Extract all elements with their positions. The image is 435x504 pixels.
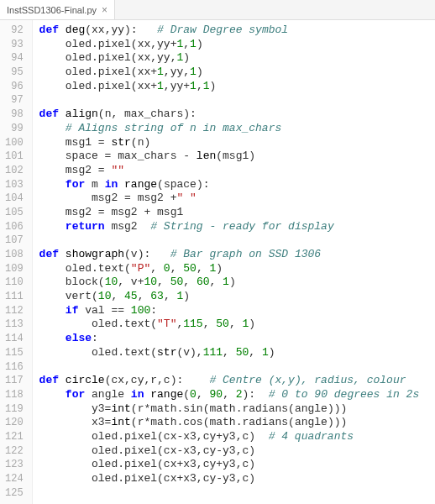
code-line[interactable]: msg1 = str(n): [39, 136, 420, 150]
line-number: 105: [5, 206, 24, 220]
code-line[interactable]: msg2 = msg2 +" ": [39, 192, 420, 206]
code-line[interactable]: [39, 360, 420, 375]
line-number: 97: [5, 93, 24, 108]
line-number: 114: [5, 332, 24, 346]
code-line[interactable]: def circle(cx,cy,r,c): # Centre (x,y), r…: [39, 374, 420, 388]
line-number: 96: [5, 80, 24, 94]
code-line[interactable]: for m in range(space):: [39, 178, 420, 192]
code-line[interactable]: block(10, v+10, 50, 60, 1): [39, 276, 420, 290]
code-editor[interactable]: 9293949596979899100101102103104105106107…: [0, 20, 435, 504]
code-line[interactable]: msg2 = "": [39, 164, 420, 178]
line-number: 110: [5, 276, 24, 290]
code-line[interactable]: oled.pixel(cx-x3,cy+y3,c) # 4 quadrants: [39, 430, 420, 444]
line-number: 119: [5, 402, 24, 417]
code-line[interactable]: oled.text(str(v),111, 50, 1): [39, 346, 420, 360]
line-number: 117: [5, 374, 24, 388]
line-number: 92: [5, 24, 24, 38]
line-number: 102: [5, 164, 24, 178]
code-line[interactable]: for angle in range(0, 90, 2): # 0 to 90 …: [39, 388, 420, 402]
code-line[interactable]: oled.text("T",115, 50, 1): [39, 318, 420, 332]
line-number: 112: [5, 304, 24, 318]
code-line[interactable]: oled.pixel(cx+x3,cy+y3,c): [39, 458, 420, 472]
code-line[interactable]: if val == 100:: [39, 304, 420, 318]
line-number: 98: [5, 108, 24, 122]
line-number: 95: [5, 66, 24, 80]
code-line[interactable]: def showgraph(v): # Bar graph on SSD 130…: [39, 248, 420, 262]
line-number: 120: [5, 416, 24, 430]
line-number: 103: [5, 178, 24, 192]
line-number-gutter: 9293949596979899100101102103104105106107…: [0, 20, 33, 504]
tab-filename: InstSSD1306-Final.py: [7, 5, 97, 15]
code-line[interactable]: oled.pixel(cx-x3,cy-y3,c): [39, 444, 420, 459]
code-line[interactable]: x3=int(r*math.cos(math.radians(angle))): [39, 416, 420, 430]
code-line[interactable]: oled.pixel(xx,yy,1): [39, 51, 420, 66]
code-line[interactable]: else:: [39, 332, 420, 346]
code-line[interactable]: # Aligns string of n in max_chars: [39, 122, 420, 136]
file-tab[interactable]: InstSSD1306-Final.py ×: [0, 0, 115, 19]
tab-bar: InstSSD1306-Final.py ×: [0, 0, 435, 20]
line-number: 125: [5, 486, 24, 501]
line-number: 115: [5, 346, 24, 360]
code-area[interactable]: def deg(xx,yy): # Draw Degree symbol ole…: [33, 20, 420, 504]
code-line[interactable]: y3=int(r*math.sin(math.radians(angle))): [39, 402, 420, 417]
line-number: 118: [5, 388, 24, 402]
line-number: 94: [5, 51, 24, 66]
line-number: 109: [5, 262, 24, 276]
code-line[interactable]: oled.pixel(xx+1,yy,1): [39, 66, 420, 80]
code-line[interactable]: [39, 234, 420, 248]
line-number: 104: [5, 192, 24, 206]
line-number: 108: [5, 248, 24, 262]
code-line[interactable]: oled.pixel(cx+x3,cy-y3,c): [39, 472, 420, 486]
code-line[interactable]: [39, 93, 420, 108]
code-line[interactable]: oled.pixel(xx+1,yy+1,1): [39, 80, 420, 94]
line-number: 124: [5, 472, 24, 486]
code-line[interactable]: return msg2 # String - ready for display: [39, 220, 420, 234]
line-number: 122: [5, 444, 24, 459]
code-line[interactable]: def align(n, max_chars):: [39, 108, 420, 122]
code-line[interactable]: space = max_chars - len(msg1): [39, 150, 420, 164]
line-number: 101: [5, 150, 24, 164]
code-line[interactable]: def deg(xx,yy): # Draw Degree symbol: [39, 24, 420, 38]
line-number: 116: [5, 360, 24, 375]
line-number: 99: [5, 122, 24, 136]
code-line[interactable]: oled.text("P", 0, 50, 1): [39, 262, 420, 276]
code-line[interactable]: oled.pixel(xx,yy+1,1): [39, 38, 420, 52]
code-line[interactable]: msg2 = msg2 + msg1: [39, 206, 420, 220]
line-number: 107: [5, 234, 24, 248]
close-icon[interactable]: ×: [102, 5, 107, 15]
line-number: 100: [5, 136, 24, 150]
line-number: 93: [5, 38, 24, 52]
code-line[interactable]: vert(10, 45, 63, 1): [39, 290, 420, 304]
line-number: 121: [5, 430, 24, 444]
line-number: 113: [5, 318, 24, 332]
line-number: 106: [5, 220, 24, 234]
line-number: 111: [5, 290, 24, 304]
code-line[interactable]: [39, 486, 420, 501]
line-number: 123: [5, 458, 24, 472]
